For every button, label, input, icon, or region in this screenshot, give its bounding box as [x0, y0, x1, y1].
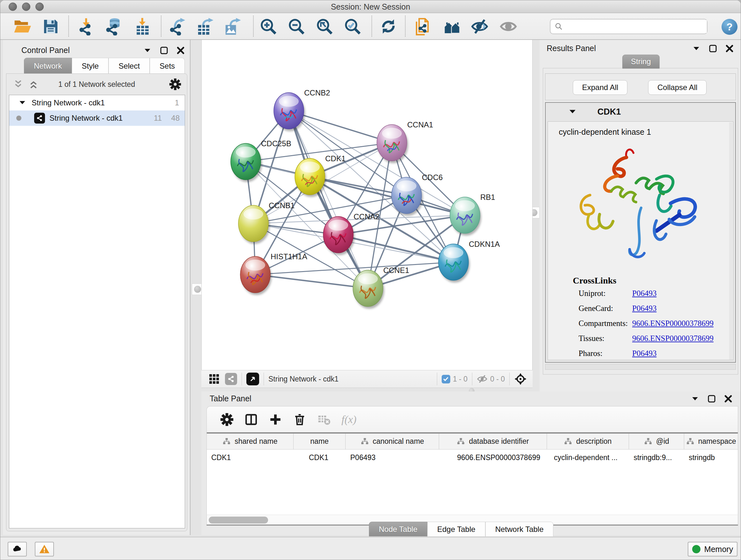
search-field[interactable]	[563, 20, 707, 33]
detach-view-icon[interactable]	[246, 373, 259, 385]
zoom-fit-button[interactable]	[314, 17, 335, 36]
open-session-button[interactable]	[12, 17, 32, 36]
network-node-CCNB2[interactable]: CCNB2	[274, 88, 330, 131]
tab-string[interactable]: String	[622, 55, 660, 69]
column-header-name[interactable]: name	[293, 434, 346, 449]
panel-menu-icon[interactable]	[690, 394, 700, 403]
column-header-database-identifier[interactable]: database identifier	[439, 434, 547, 449]
network-node-CDKN1A[interactable]: CDKN1A	[439, 240, 500, 283]
table-options-gear-icon[interactable]	[220, 413, 233, 426]
hide-graphics-details-button[interactable]	[469, 17, 490, 36]
network-node-CCNE1[interactable]: CCNE1	[353, 266, 409, 309]
grid-view-icon[interactable]	[208, 373, 220, 385]
refresh-button[interactable]	[378, 17, 399, 36]
tab-network[interactable]: Network	[24, 58, 72, 74]
network-node-CDK1[interactable]: CDK1	[295, 154, 346, 197]
export-image-button[interactable]	[222, 17, 243, 36]
crosslink-link[interactable]: P06493	[632, 304, 657, 313]
cell-name[interactable]: CDK1	[293, 449, 346, 465]
main-toolbar: ?	[0, 13, 741, 40]
export-table-button[interactable]	[195, 17, 215, 36]
network-collection-row[interactable]: String Network - cdk1 1	[9, 95, 185, 111]
fit-content-crosshair-icon[interactable]	[514, 373, 527, 385]
create-column-plus-icon[interactable]	[269, 413, 282, 426]
network-edge-CCNB2-CCNE1[interactable]	[289, 111, 368, 288]
zoom-in-button[interactable]	[258, 17, 279, 36]
tab-node-table[interactable]: Node Table	[369, 522, 427, 537]
panel-menu-icon[interactable]	[691, 44, 701, 53]
table-row[interactable]: CDK1 CDK1 P06493 9606.ENSP00000378699 cy…	[207, 449, 738, 465]
section-collapse-arrow-icon[interactable]	[568, 107, 577, 116]
save-session-button[interactable]	[41, 17, 61, 36]
collapse-all-button[interactable]: Collapse All	[648, 80, 706, 95]
help-button[interactable]: ?	[722, 19, 738, 35]
home-button[interactable]	[442, 17, 462, 36]
network-node-CDC25B[interactable]: CDC25B	[231, 139, 291, 182]
tab-style[interactable]: Style	[72, 58, 109, 74]
tab-network-table[interactable]: Network Table	[485, 522, 554, 537]
node-label-CCNA1: CCNA1	[407, 120, 433, 129]
node-label-CCNE1: CCNE1	[383, 266, 409, 274]
network-row[interactable]: String Network - cdk1 11 48	[9, 111, 185, 126]
protein-section-header[interactable]: CDK1	[546, 103, 735, 121]
network-edge-CCNA2-CDKN1A[interactable]	[338, 235, 454, 262]
cell-id[interactable]: stringdb:9...	[629, 449, 684, 465]
memory-status-button[interactable]: Memory	[688, 542, 738, 557]
cloud-status-button[interactable]	[8, 542, 27, 557]
results-horizontal-scrollbar[interactable]	[545, 364, 736, 370]
cell-canonical-name[interactable]: P06493	[346, 449, 440, 465]
network-node-CCNA1[interactable]: CCNA1	[377, 120, 433, 163]
expand-all-button[interactable]: Expand All	[573, 80, 627, 95]
warnings-button[interactable]	[35, 542, 54, 557]
tab-sets[interactable]: Sets	[150, 58, 185, 74]
column-header-description[interactable]: description	[547, 434, 629, 449]
float-panel-icon[interactable]	[707, 394, 717, 403]
float-panel-icon[interactable]	[159, 46, 169, 55]
network-edge-HIST1H1A-CCNE1[interactable]	[255, 274, 368, 288]
column-header-canonical-name[interactable]: canonical name	[346, 434, 439, 449]
network-node-CCNA2[interactable]: CCNA2	[323, 212, 380, 255]
network-view-mode-icon[interactable]	[225, 373, 237, 385]
crosslink-link[interactable]: P06493	[632, 289, 657, 298]
close-panel-icon[interactable]	[176, 46, 185, 55]
import-network-button[interactable]	[76, 17, 97, 36]
crosslink-link[interactable]: 9606.ENSP00000378699	[632, 319, 714, 328]
export-network-button[interactable]	[167, 17, 188, 36]
panel-menu-icon[interactable]	[143, 46, 152, 55]
selection-checkbox[interactable]	[442, 375, 450, 383]
show-graphics-details-button[interactable]	[498, 17, 519, 36]
cell-description[interactable]: cyclin-dependent ...	[547, 449, 629, 465]
collection-expand-arrow-icon[interactable]	[18, 99, 26, 107]
tab-select[interactable]: Select	[109, 58, 150, 74]
results-vertical-scrollbar[interactable]	[729, 122, 732, 360]
column-header-namespace[interactable]: namespace	[684, 434, 738, 449]
node-label-CDK1: CDK1	[325, 154, 346, 163]
expand-collapse-bar: Expand All Collapse All	[545, 73, 736, 100]
float-panel-icon[interactable]	[708, 44, 718, 53]
cell-database-identifier[interactable]: 9606.ENSP00000378699	[439, 449, 547, 465]
search-input[interactable]	[550, 19, 708, 34]
column-header-id[interactable]: @id	[629, 434, 684, 449]
clone-network-button[interactable]	[413, 17, 433, 36]
network-edge-CDK1-RB1[interactable]	[310, 177, 465, 215]
column-header-shared-name[interactable]: shared name	[207, 434, 293, 449]
zoom-out-button[interactable]	[286, 17, 307, 36]
network-view-canvas[interactable]: CCNB2CCNA1CDC25BCDK1CDC6RB1CCNB1CCNA2CDK…	[201, 40, 533, 370]
network-node-RB1[interactable]: RB1	[450, 193, 495, 236]
scrollbar-thumb[interactable]	[209, 516, 268, 523]
crosslink-link[interactable]: P06493	[632, 349, 657, 358]
delete-column-trash-icon[interactable]	[293, 413, 307, 426]
close-panel-icon[interactable]	[725, 44, 734, 53]
import-network-from-database-button[interactable]	[104, 17, 124, 36]
network-options-gear-icon[interactable]	[169, 78, 181, 90]
cell-shared-name[interactable]: CDK1	[207, 449, 293, 465]
zoom-selected-button[interactable]	[342, 17, 363, 36]
import-table-button[interactable]	[132, 17, 153, 36]
tab-edge-table[interactable]: Edge Table	[427, 522, 485, 537]
control-panel-title: Control Panel	[21, 46, 70, 55]
close-panel-icon[interactable]	[724, 394, 733, 403]
cell-namespace[interactable]: stringdb	[684, 449, 738, 465]
show-columns-icon[interactable]	[245, 413, 258, 426]
network-node-CDC6[interactable]: CDC6	[392, 173, 443, 216]
crosslink-link[interactable]: 9606.ENSP00000378699	[632, 334, 714, 343]
